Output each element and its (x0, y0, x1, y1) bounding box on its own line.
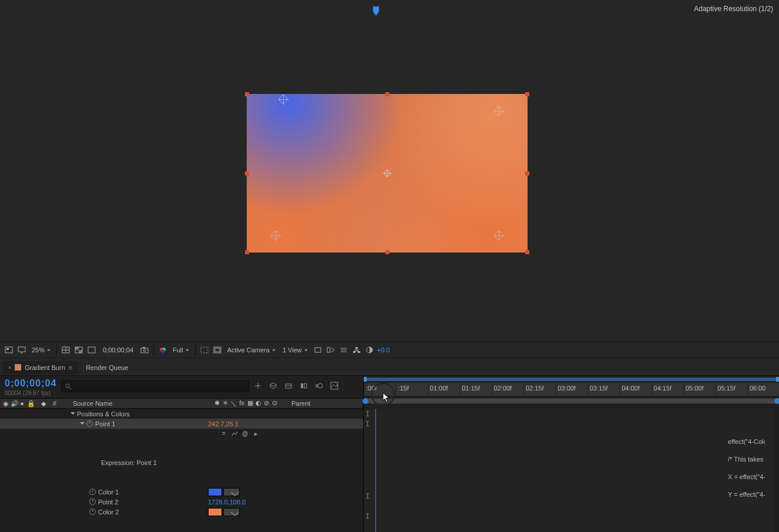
fast-preview-icon[interactable] (325, 345, 336, 355)
camera-dropdown[interactable]: Active Camera (225, 346, 278, 353)
color-swatch[interactable] (208, 488, 222, 496)
current-timecode[interactable]: 0;00;00;04 (5, 378, 56, 389)
color-point-handle[interactable] (271, 231, 280, 240)
pixel-aspect-icon[interactable] (313, 345, 323, 355)
lock-toggle-icon[interactable]: 🔒 (27, 400, 33, 408)
svg-rect-28 (355, 347, 358, 349)
eyedropper-icon[interactable] (223, 508, 240, 516)
search-icon (65, 383, 72, 390)
tab-gradient-burn[interactable]: × Gradient Burn ≡ (2, 361, 79, 374)
property-row-point2[interactable]: Point 2 1728.0,108.0 (0, 497, 363, 507)
exposure-value[interactable]: +0.0 (377, 346, 390, 353)
grid-guides-icon[interactable] (212, 345, 223, 355)
switch-icon[interactable]: ＼ (230, 399, 237, 408)
close-icon[interactable]: × (8, 365, 11, 371)
expression-pickwhip-icon[interactable]: @ (241, 430, 249, 438)
flowchart-icon[interactable] (351, 345, 362, 355)
transform-handle[interactable] (245, 250, 249, 254)
expression-graph-icon[interactable] (230, 430, 239, 438)
magnify-menu-icon[interactable] (4, 345, 14, 355)
color-point-handle[interactable] (279, 95, 287, 103)
roi-icon[interactable] (199, 345, 210, 355)
mask-toggle-icon[interactable] (86, 345, 97, 355)
stopwatch-icon[interactable] (86, 420, 93, 427)
property-row-color1[interactable]: Color 1 (0, 487, 363, 497)
playhead-indicator[interactable] (372, 6, 380, 16)
frame-blend-icon[interactable] (298, 381, 309, 391)
property-group-row[interactable]: Positions & Colors (0, 409, 363, 419)
expression-enable-icon[interactable]: = (220, 430, 228, 438)
current-time-display[interactable]: 0;00;00;04 (99, 346, 137, 353)
ibeam-icon: I (365, 492, 370, 500)
switch-icon[interactable]: ⊘ (263, 399, 270, 408)
audio-toggle-icon[interactable]: 🔊 (11, 400, 17, 408)
color-point-handle[interactable] (495, 231, 503, 240)
video-toggle-icon[interactable]: ◉ (2, 400, 9, 408)
time-navigator-thumb[interactable] (364, 399, 779, 403)
ibeam-icon: I (365, 410, 370, 418)
switch-icon[interactable]: ▦ (247, 399, 253, 408)
label-column-icon[interactable]: ◆ (41, 400, 46, 407)
transform-handle[interactable] (385, 92, 390, 96)
expression-language-icon[interactable]: ▸ (251, 430, 260, 438)
time-navigator (364, 397, 779, 404)
svg-point-37 (257, 385, 258, 386)
track-area[interactable]: I I effect("4-Color Gradient")("Point 1"… (363, 409, 773, 532)
stopwatch-icon[interactable] (89, 499, 96, 505)
playhead-line (375, 409, 376, 532)
switch-icon[interactable]: ✳ (222, 399, 229, 408)
svg-rect-22 (215, 348, 220, 352)
property-row-point1[interactable]: Point 1 242.7,25.1 (0, 419, 363, 429)
exposure-reset-icon[interactable] (364, 345, 375, 355)
channel-icon[interactable] (157, 345, 168, 355)
tab-label: Gradient Burn (25, 364, 65, 371)
resolution-dropdown[interactable]: Full (170, 346, 192, 353)
comp-mini-flowchart-icon[interactable] (253, 381, 263, 391)
transform-handle[interactable] (525, 171, 529, 176)
index-column[interactable]: # (51, 400, 69, 407)
switch-icon[interactable]: ⊙ (271, 399, 278, 408)
hide-shy-icon[interactable] (283, 381, 294, 391)
transform-handle[interactable] (525, 92, 529, 96)
parent-column[interactable]: Parent (287, 400, 363, 407)
switch-icon[interactable]: fx (239, 399, 245, 408)
snapshot-icon[interactable] (139, 345, 150, 355)
view-dropdown[interactable]: 1 View (280, 346, 310, 353)
column-headers: ◉ 🔊 ● 🔒 ◆ # Source Name ✱ ✳ ＼ fx ▦ ◐ ⊘ ⊙… (0, 398, 363, 409)
solo-toggle-icon[interactable]: ● (19, 400, 25, 407)
transform-handle[interactable] (245, 171, 249, 176)
tab-render-queue[interactable]: Render Queue (80, 361, 134, 374)
panel-menu-icon[interactable]: ≡ (69, 364, 73, 371)
zoom-dropdown[interactable]: 25% (29, 346, 53, 353)
draft3d-icon[interactable] (268, 381, 278, 391)
layer-search-input[interactable] (61, 381, 249, 392)
ibeam-icon: I (365, 420, 370, 428)
graph-editor-icon[interactable] (329, 381, 340, 391)
monitor-icon[interactable] (16, 345, 27, 355)
resolution-icon[interactable] (61, 345, 71, 355)
switch-icon[interactable]: ✱ (214, 399, 220, 408)
source-name-column[interactable]: Source Name (69, 400, 211, 407)
color-swatch[interactable] (208, 508, 222, 516)
transform-handle[interactable] (525, 250, 529, 254)
property-value[interactable]: 1728.0,108.0 (208, 499, 255, 506)
transform-handle[interactable] (385, 250, 390, 254)
color-point-handle[interactable] (495, 107, 503, 115)
svg-rect-41 (304, 383, 307, 388)
property-value[interactable]: 242.7,25.1 (208, 420, 255, 427)
expression-label-row: Expression: Point 1 (0, 439, 363, 487)
canvas-frame[interactable] (247, 94, 528, 252)
transparency-grid-icon[interactable] (73, 345, 84, 355)
property-row-color2[interactable]: Color 2 (0, 507, 363, 517)
anchor-point-icon[interactable] (383, 169, 391, 177)
svg-rect-14 (141, 348, 148, 353)
motion-blur-icon[interactable] (314, 381, 324, 391)
transform-handle[interactable] (245, 92, 249, 96)
stopwatch-icon[interactable] (89, 489, 96, 495)
time-ruler[interactable]: :00f :15f 01:00f 01:15f 02:00f 02:15f 03… (364, 383, 779, 396)
timeline-icon[interactable] (338, 345, 349, 355)
switch-icon[interactable]: ◐ (255, 399, 261, 408)
stopwatch-icon[interactable] (89, 509, 96, 515)
work-area-handle[interactable] (365, 378, 778, 381)
eyedropper-icon[interactable] (223, 488, 240, 496)
